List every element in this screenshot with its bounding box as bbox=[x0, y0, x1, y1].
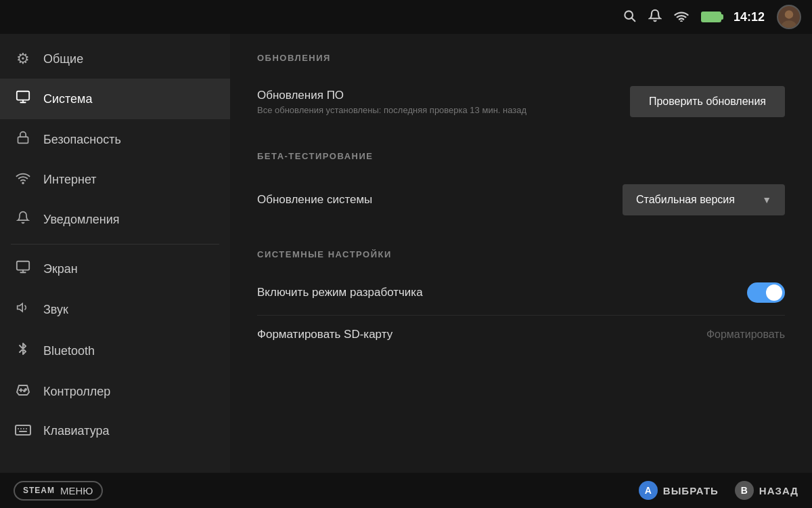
topbar-time: 14:12 bbox=[734, 10, 765, 24]
sidebar-label-display: Экран bbox=[43, 262, 78, 276]
wifi-sidebar-icon bbox=[14, 171, 32, 188]
svg-point-10 bbox=[22, 182, 24, 184]
software-updates-label: Обновления ПО bbox=[257, 89, 526, 102]
controller-icon bbox=[14, 383, 32, 400]
format-sd-label: Форматировать SD-карту bbox=[257, 328, 392, 341]
beta-section-title: БЕТА-ТЕСТИРОВАНИЕ bbox=[257, 151, 785, 161]
gear-icon: ⚙ bbox=[14, 50, 32, 68]
sidebar-label-security: Безопасность bbox=[43, 133, 121, 147]
battery-icon bbox=[701, 12, 721, 22]
software-updates-sublabel: Все обновления установлены: последняя пр… bbox=[257, 105, 526, 115]
bell-icon[interactable] bbox=[648, 9, 662, 26]
updates-section: ОБНОВЛЕНИЯ Обновления ПО Все обновления … bbox=[257, 53, 785, 129]
select-action: A ВЫБРАТЬ bbox=[639, 481, 719, 500]
developer-mode-row: Включить режим разработчика bbox=[257, 270, 785, 316]
sound-icon bbox=[14, 300, 32, 319]
updates-section-title: ОБНОВЛЕНИЯ bbox=[257, 53, 785, 63]
chevron-down-icon: ▼ bbox=[762, 194, 771, 205]
monitor-icon bbox=[14, 89, 32, 108]
system-update-dropdown[interactable]: Стабильная версия ▼ bbox=[623, 184, 785, 215]
dropdown-value: Стабильная версия bbox=[636, 194, 735, 206]
select-action-label: ВЫБРАТЬ bbox=[663, 485, 719, 496]
main-content: ⚙ Общие Система Безопасность bbox=[0, 34, 812, 473]
sidebar-item-notifications[interactable]: Уведомления bbox=[0, 199, 230, 240]
sidebar-label-sound: Звук bbox=[43, 303, 68, 317]
a-button[interactable]: A bbox=[639, 481, 658, 500]
system-update-label: Обновление системы bbox=[257, 193, 372, 207]
steam-menu-button[interactable]: STEAM МЕНЮ bbox=[14, 481, 103, 501]
sidebar-label-general: Общие bbox=[43, 52, 83, 66]
back-action: B НАЗАД bbox=[735, 481, 798, 500]
menu-label: МЕНЮ bbox=[60, 485, 93, 496]
system-update-row: Обновление системы Стабильная версия ▼ bbox=[257, 172, 785, 228]
developer-mode-label: Включить режим разработчика bbox=[257, 286, 423, 299]
bottombar: STEAM МЕНЮ A ВЫБРАТЬ B НАЗАД bbox=[0, 473, 812, 508]
back-action-label: НАЗАД bbox=[759, 485, 798, 496]
format-sd-row: Форматировать SD-карту Форматировать bbox=[257, 316, 785, 354]
bottom-actions: A ВЫБРАТЬ B НАЗАД bbox=[639, 481, 798, 500]
display-icon bbox=[14, 259, 32, 278]
svg-point-18 bbox=[24, 390, 25, 391]
sidebar-item-display[interactable]: Экран bbox=[0, 249, 230, 289]
bell-sidebar-icon bbox=[14, 210, 32, 229]
software-updates-row: Обновления ПО Все обновления установлены… bbox=[257, 74, 785, 129]
sidebar: ⚙ Общие Система Безопасность bbox=[0, 34, 230, 473]
lock-icon bbox=[14, 130, 32, 149]
b-button[interactable]: B bbox=[735, 481, 754, 500]
search-icon[interactable] bbox=[623, 9, 636, 26]
sidebar-label-bluetooth: Bluetooth bbox=[43, 344, 95, 358]
sidebar-item-keyboard[interactable]: Клавиатура bbox=[0, 411, 230, 450]
sidebar-item-controller[interactable]: Контроллер bbox=[0, 372, 230, 411]
keyboard-icon bbox=[14, 422, 32, 440]
sidebar-item-general[interactable]: ⚙ Общие bbox=[0, 39, 230, 79]
format-sd-button[interactable]: Форматировать bbox=[706, 329, 785, 341]
sidebar-divider-1 bbox=[11, 244, 219, 245]
topbar: 14:12 bbox=[0, 0, 812, 34]
svg-point-2 bbox=[681, 21, 682, 22]
system-settings-title: СИСТЕМНЫЕ НАСТРОЙКИ bbox=[257, 249, 785, 259]
sidebar-label-system: Система bbox=[43, 92, 93, 106]
beta-section: БЕТА-ТЕСТИРОВАНИЕ Обновление системы Ста… bbox=[257, 151, 785, 228]
system-settings-section: СИСТЕМНЫЕ НАСТРОЙКИ Включить режим разра… bbox=[257, 249, 785, 354]
sidebar-label-notifications: Уведомления bbox=[43, 213, 120, 227]
svg-rect-6 bbox=[17, 91, 29, 100]
svg-marker-14 bbox=[18, 303, 23, 312]
svg-point-4 bbox=[785, 10, 793, 18]
svg-rect-11 bbox=[17, 261, 29, 270]
software-updates-label-group: Обновления ПО Все обновления установлены… bbox=[257, 89, 526, 115]
check-updates-button[interactable]: Проверить обновления bbox=[630, 86, 785, 117]
developer-mode-toggle[interactable] bbox=[747, 282, 785, 303]
sidebar-item-system[interactable]: Система bbox=[0, 79, 230, 119]
wifi-icon bbox=[674, 9, 689, 25]
steam-logo-label: STEAM bbox=[23, 486, 55, 495]
bluetooth-icon bbox=[14, 341, 32, 361]
sidebar-item-bluetooth[interactable]: Bluetooth bbox=[0, 330, 230, 372]
sidebar-label-internet: Интернет bbox=[43, 173, 97, 187]
svg-line-1 bbox=[632, 18, 635, 21]
sidebar-item-sound[interactable]: Звук bbox=[0, 289, 230, 330]
sidebar-label-keyboard: Клавиатура bbox=[43, 424, 110, 438]
svg-rect-19 bbox=[16, 425, 30, 435]
sidebar-item-security[interactable]: Безопасность bbox=[0, 119, 230, 160]
svg-rect-9 bbox=[18, 137, 28, 143]
content-area: ОБНОВЛЕНИЯ Обновления ПО Все обновления … bbox=[230, 34, 812, 473]
avatar[interactable] bbox=[777, 5, 801, 29]
sidebar-item-internet[interactable]: Интернет bbox=[0, 160, 230, 199]
sidebar-label-controller: Контроллер bbox=[43, 385, 110, 399]
